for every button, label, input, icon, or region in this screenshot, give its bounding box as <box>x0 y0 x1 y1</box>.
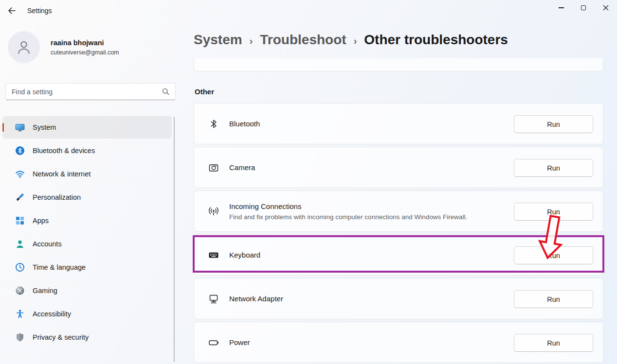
sidebar-item-label: Apps <box>33 217 49 225</box>
sidebar-item-privacy-security[interactable]: Privacy & security <box>2 326 172 348</box>
sidebar-item-accessibility[interactable]: Accessibility <box>2 303 172 325</box>
accounts-icon <box>15 239 25 249</box>
maximize-icon <box>581 5 586 10</box>
sidebar-item-accounts[interactable]: Accounts <box>2 233 172 255</box>
troubleshooter-name: Bluetooth <box>229 120 260 128</box>
troubleshooter-text: Camera <box>229 163 255 172</box>
network-adapter-icon <box>208 293 219 305</box>
breadcrumb-other-troubleshooters: Other troubleshooters <box>364 32 508 48</box>
sidebar-nav: SystemBluetooth & devicesNetwork & inter… <box>0 115 174 349</box>
troubleshooter-name: Incoming Connections <box>229 202 467 210</box>
back-button[interactable] <box>4 3 19 18</box>
run-button-power[interactable]: Run <box>514 334 593 352</box>
breadcrumb-separator: › <box>250 35 253 47</box>
troubleshooter-name: Power <box>229 338 250 347</box>
troubleshooter-row-network-adapter: Network AdapterRun <box>194 278 603 319</box>
sidebar-item-apps[interactable]: Apps <box>2 209 172 232</box>
titlebar: Settings <box>0 0 617 21</box>
section-header: Other <box>195 87 214 96</box>
troubleshooter-text: Network Adapter <box>229 295 283 303</box>
sidebar-scrollbar[interactable] <box>174 117 175 362</box>
user-profile[interactable]: raaina bhojwani cuteuniverse@gmail.com <box>8 31 119 63</box>
avatar <box>8 31 40 63</box>
sidebar-item-label: Bluetooth & devices <box>33 147 95 155</box>
breadcrumb-system[interactable]: System <box>194 32 242 48</box>
sidebar-item-label: Gaming <box>33 287 57 295</box>
system-icon <box>15 122 25 132</box>
bluetooth-icon <box>208 118 219 130</box>
time-language-icon <box>15 262 25 272</box>
troubleshooter-name: Camera <box>229 163 255 172</box>
accessibility-icon <box>15 309 25 319</box>
window-controls <box>550 0 617 16</box>
user-email: cuteuniverse@gmail.com <box>51 49 119 56</box>
search-input[interactable] <box>6 88 162 96</box>
troubleshooter-row-keyboard: KeyboardRun <box>194 234 603 276</box>
sidebar-item-label: Network & internet <box>33 170 91 178</box>
personalization-icon <box>15 192 25 202</box>
sidebar-item-bluetooth-devices[interactable]: Bluetooth & devices <box>2 139 172 162</box>
sidebar-item-label: Privacy & security <box>33 333 89 341</box>
privacy-security-icon <box>15 332 25 342</box>
troubleshooter-description: Find and fix problems with incoming comp… <box>229 213 467 221</box>
network-internet-icon <box>15 169 25 179</box>
run-button-camera[interactable]: Run <box>514 159 593 177</box>
troubleshooter-text: Incoming ConnectionsFind and fix problem… <box>229 202 467 221</box>
sidebar-item-network-internet[interactable]: Network & internet <box>2 163 172 185</box>
power-icon <box>208 337 219 348</box>
back-arrow-icon <box>8 7 16 14</box>
troubleshooter-text: Power <box>229 338 250 347</box>
sidebar-item-label: Accounts <box>33 240 62 248</box>
troubleshooter-row-camera: CameraRun <box>194 147 603 188</box>
minimize-icon <box>559 7 564 8</box>
apps-icon <box>15 216 25 225</box>
bluetooth-devices-icon <box>15 146 25 156</box>
sidebar-item-time-language[interactable]: Time & language <box>2 256 172 278</box>
breadcrumb-separator: › <box>354 35 357 47</box>
main-content: System›Troubleshoot›Other troubleshooter… <box>194 21 604 364</box>
sidebar-item-label: System <box>33 123 56 131</box>
sidebar-item-label: Accessibility <box>33 310 71 318</box>
run-button-keyboard[interactable]: Run <box>514 246 593 264</box>
troubleshooter-text: Bluetooth <box>229 120 260 128</box>
search-box <box>5 83 176 100</box>
sidebar-item-system[interactable]: System <box>2 116 172 139</box>
incoming-connections-icon <box>208 206 219 217</box>
troubleshooter-row-bluetooth: BluetoothRun <box>194 103 603 144</box>
troubleshooter-row-incoming-connections: Incoming ConnectionsFind and fix problem… <box>194 191 603 232</box>
run-button-bluetooth[interactable]: Run <box>514 115 593 133</box>
person-icon <box>16 39 32 55</box>
minimize-button[interactable] <box>550 0 572 16</box>
app-title: Settings <box>27 7 52 15</box>
sidebar-item-label: Time & language <box>33 263 86 271</box>
gaming-icon <box>15 286 25 295</box>
troubleshooter-text: Keyboard <box>229 251 260 259</box>
partial-card <box>194 58 603 71</box>
search-icon <box>162 88 169 95</box>
keyboard-icon <box>208 249 219 261</box>
sidebar: raaina bhojwani cuteuniverse@gmail.com S… <box>0 21 180 364</box>
run-button-network-adapter[interactable]: Run <box>514 290 593 308</box>
user-name: raaina bhojwani <box>51 39 119 47</box>
profile-text: raaina bhojwani cuteuniverse@gmail.com <box>51 39 119 56</box>
breadcrumb: System›Troubleshoot›Other troubleshooter… <box>194 32 508 48</box>
sidebar-item-label: Personalization <box>33 193 81 201</box>
maximize-button[interactable] <box>572 0 595 16</box>
sidebar-item-personalization[interactable]: Personalization <box>2 186 172 208</box>
troubleshooter-list: BluetoothRunCameraRunIncoming Connection… <box>194 103 603 364</box>
run-button-incoming-connections[interactable]: Run <box>514 203 593 221</box>
breadcrumb-troubleshoot[interactable]: Troubleshoot <box>260 32 346 48</box>
sidebar-item-gaming[interactable]: Gaming <box>2 279 172 302</box>
close-icon <box>603 5 609 11</box>
camera-icon <box>208 162 219 173</box>
troubleshooter-row-power: PowerRun <box>194 322 603 363</box>
troubleshooter-name: Keyboard <box>229 251 260 259</box>
troubleshooter-name: Network Adapter <box>229 295 283 303</box>
close-button[interactable] <box>595 0 617 16</box>
